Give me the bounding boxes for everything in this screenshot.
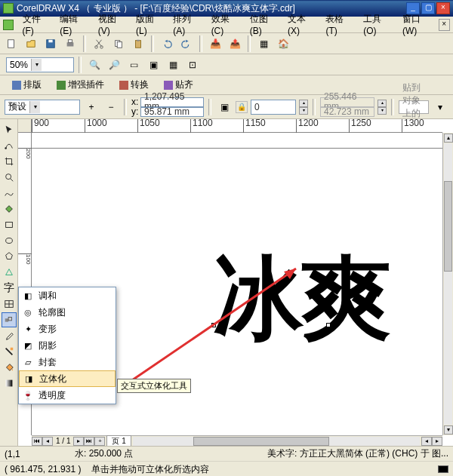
basic-shapes-tool[interactable]	[2, 265, 17, 280]
zoom-combo[interactable]: 50% ▾	[6, 57, 74, 72]
flyout-blend[interactable]: ◧调和	[19, 287, 116, 304]
menu-effects[interactable]: 效果(C)	[208, 11, 244, 38]
svg-rect-18	[10, 348, 13, 351]
page-next-button[interactable]: ▸	[73, 437, 84, 446]
plugin-enhance[interactable]: 增强插件	[52, 77, 109, 93]
zoom-page-button[interactable]: ▣	[145, 57, 162, 73]
paste-button[interactable]	[130, 35, 146, 52]
export-button[interactable]: 📤	[226, 35, 243, 52]
scroll-left-button[interactable]: ◂	[421, 437, 432, 446]
menu-tools[interactable]: 工具(O)	[360, 11, 396, 38]
text-tool[interactable]: 字	[2, 281, 17, 296]
zoom-selection-button[interactable]: ▦	[165, 57, 181, 73]
outline-tool[interactable]	[2, 344, 17, 359]
cursor-xy-1: (1,1	[5, 449, 69, 459]
flyout-shadow[interactable]: ◩阴影	[19, 337, 116, 354]
eyedropper-tool[interactable]	[2, 328, 17, 343]
vanish-dropdown[interactable]: ▾	[432, 99, 448, 115]
artwork-text[interactable]: 冰爽	[213, 238, 388, 361]
interactive-tool-flyout: ◧调和 ◎轮廓图 ✦变形 ◩阴影 ▱封套 ◨立体化 🍷透明度	[18, 287, 116, 404]
menu-window[interactable]: 窗口(W)	[399, 11, 437, 38]
smart-fill-tool[interactable]	[2, 201, 17, 217]
lock-icon[interactable]: 🔒	[236, 101, 248, 113]
flyout-extrude[interactable]: ◨立体化	[19, 370, 116, 387]
rectangle-tool[interactable]	[2, 217, 17, 232]
svg-rect-17	[8, 318, 11, 321]
selection-handle[interactable]	[326, 323, 331, 327]
preset-add[interactable]: +	[83, 99, 100, 115]
tooltip: 交互式立体化工具	[117, 379, 191, 393]
table-tool[interactable]	[2, 296, 17, 312]
svg-rect-13	[5, 223, 12, 228]
horizontal-ruler[interactable]: 900 1000 1050 1100 1150 1200 1250 1300	[32, 119, 442, 133]
flyout-contour[interactable]: ◎轮廓图	[19, 304, 116, 321]
zoom-tool[interactable]	[2, 170, 17, 185]
zoom-all-button[interactable]: ⊡	[184, 57, 201, 73]
y-pos[interactable]: 95.871 mm	[140, 107, 204, 117]
zoom-fit-button[interactable]: ▭	[125, 57, 142, 73]
app-launcher-button[interactable]: ▦	[255, 35, 272, 52]
open-button[interactable]	[23, 35, 39, 52]
new-button[interactable]	[3, 35, 20, 52]
menu-view[interactable]: 视图(V)	[95, 11, 130, 38]
fill-tool[interactable]	[2, 360, 17, 375]
shape-tool[interactable]	[2, 138, 17, 153]
save-button[interactable]	[42, 35, 59, 52]
close-button[interactable]: ×	[436, 2, 450, 14]
depth-spinner[interactable]: ▴▾	[299, 100, 308, 115]
plugin-snap[interactable]: 贴齐	[159, 77, 198, 93]
blend-icon: ◧	[22, 290, 34, 302]
preset-combo-2[interactable]: 预设▾	[5, 100, 80, 115]
menu-arrange[interactable]: 排列(A)	[170, 11, 205, 38]
page-prev-button[interactable]: ◂	[42, 437, 53, 446]
flyout-envelope[interactable]: ▱封套	[19, 354, 116, 370]
welcome-button[interactable]: 🏠	[275, 35, 291, 52]
zoom-out-button[interactable]: 🔎	[106, 57, 122, 73]
freehand-tool[interactable]	[2, 186, 17, 201]
menu-edit[interactable]: 编辑(E)	[57, 11, 91, 38]
page-tab-1[interactable]: 页 1	[106, 435, 131, 447]
print-button[interactable]	[62, 35, 79, 52]
vertical-scrollbar[interactable]: ▴ ▾	[442, 133, 453, 435]
pick-tool[interactable]	[2, 122, 17, 137]
polygon-tool[interactable]	[2, 249, 17, 264]
menu-table[interactable]: 表格(T)	[322, 11, 357, 38]
import-button[interactable]: 📥	[207, 35, 223, 52]
menu-text[interactable]: 文本(X)	[285, 11, 319, 38]
plugin-transform[interactable]: 转换	[115, 77, 153, 93]
redo-button[interactable]	[178, 35, 195, 52]
depth-field[interactable]: 0	[251, 100, 296, 115]
selection-handle[interactable]	[211, 323, 216, 327]
interactive-tool[interactable]	[2, 312, 17, 327]
page-first-button[interactable]: ⏮	[32, 437, 42, 446]
wh-spinner[interactable]: ▴▾	[378, 100, 387, 115]
flyout-transparency[interactable]: 🍷透明度	[19, 387, 116, 404]
menu-file[interactable]: 文件(F)	[20, 11, 54, 38]
ellipse-tool[interactable]	[2, 233, 17, 248]
interactive-fill-tool[interactable]	[2, 376, 17, 391]
svg-point-12	[5, 174, 11, 180]
scroll-right-button[interactable]: ▸	[432, 437, 442, 446]
copy-button[interactable]	[110, 35, 127, 52]
doc-close-button[interactable]: ×	[439, 19, 450, 31]
page-last-button[interactable]: ⏭	[84, 437, 94, 446]
crop-tool[interactable]	[2, 154, 17, 169]
svg-rect-3	[67, 42, 74, 46]
zoom-in-button[interactable]: 🔍	[86, 57, 103, 73]
menu-bitmap[interactable]: 位图(B)	[247, 11, 282, 38]
ruler-corner[interactable]	[18, 119, 32, 133]
x-pos[interactable]: 1,207.495 mm	[140, 97, 204, 107]
page-add-button[interactable]: +	[94, 437, 105, 446]
transparency-icon: 🍷	[22, 389, 34, 401]
plugin-toolbar: 排版 增强插件 转换 贴齐	[0, 75, 453, 95]
cut-button[interactable]	[91, 35, 107, 52]
horizontal-scrollbar[interactable]	[133, 437, 420, 446]
undo-button[interactable]	[159, 35, 175, 52]
flyout-distort[interactable]: ✦变形	[19, 321, 116, 337]
extrude-type-button[interactable]: ▣	[216, 99, 233, 115]
envelope-icon: ▱	[22, 356, 34, 368]
vanish-point-field[interactable]: 贴到对象上的灭点	[399, 100, 429, 114]
plugin-layout[interactable]: 排版	[8, 77, 46, 93]
preset-del[interactable]: −	[103, 99, 119, 115]
menu-layout[interactable]: 版面(L)	[133, 11, 167, 38]
